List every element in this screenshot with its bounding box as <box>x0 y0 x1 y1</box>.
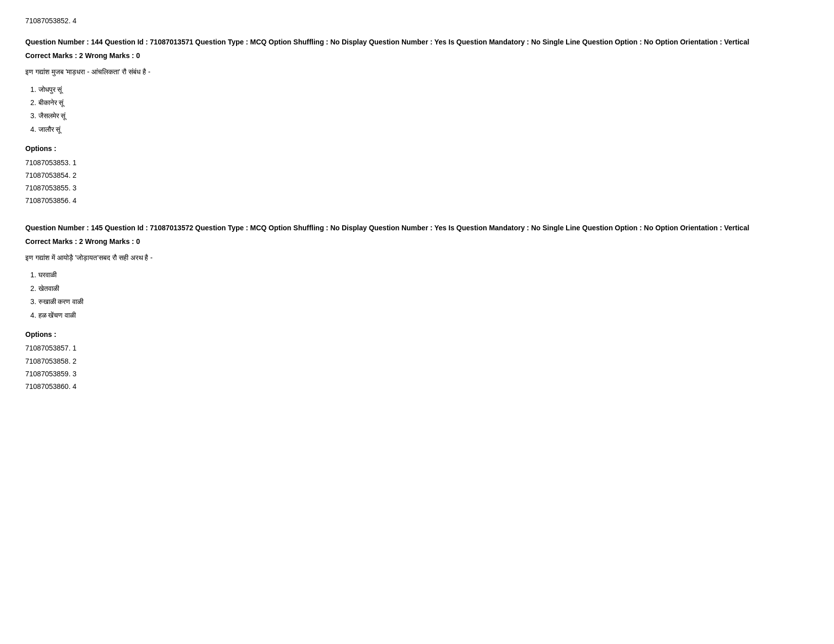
option-item-2-2: 2. खेतवाळी <box>30 283 809 294</box>
option-id-2-2: 71087053858. 2 <box>25 355 809 368</box>
option-item-1-1: 1. जोधपुर सूं <box>30 84 809 95</box>
marks-line-1: Correct Marks : 2 Wrong Marks : 0 <box>25 50 809 61</box>
question-text-1: इण गद्यांश मुजब 'माड़धरा - आंचलिकता' रौ … <box>25 66 809 77</box>
marks-line-2: Correct Marks : 2 Wrong Marks : 0 <box>25 236 809 247</box>
option-item-1-3: 3. जैसलमेर सूं <box>30 110 809 121</box>
option-id-2-4: 71087053860. 4 <box>25 380 809 393</box>
option-item-1-4: 4. जालौर सूं <box>30 124 809 135</box>
question-block-1: Question Number : 144 Question Id : 7108… <box>25 36 809 207</box>
option-item-2-4: 4. हळ खेंचण वाळी <box>30 310 809 321</box>
option-item-1-2: 2. बीकानेर सूं <box>30 97 809 108</box>
option-id-1-3: 71087053855. 3 <box>25 182 809 194</box>
option-item-2-3: 3. रुखाळी करण वाळी <box>30 296 809 307</box>
question-meta-2: Question Number : 145 Question Id : 7108… <box>25 222 809 233</box>
question-block-2: Question Number : 145 Question Id : 7108… <box>25 222 809 393</box>
option-ids-1: 71087053853. 171087053854. 271087053855.… <box>25 157 809 208</box>
option-id-1-2: 71087053854. 2 <box>25 169 809 182</box>
option-id-1-1: 71087053853. 1 <box>25 157 809 169</box>
option-id-1-4: 71087053856. 4 <box>25 194 809 207</box>
options-label-1: Options : <box>25 143 809 154</box>
option-id-2-1: 71087053857. 1 <box>25 342 809 355</box>
option-item-2-1: 1. घरवाळी <box>30 269 809 280</box>
question-meta-1: Question Number : 144 Question Id : 7108… <box>25 36 809 47</box>
question-text-2: इण गद्यांश में आयोड़ै 'जोड़ायत'सबद रौ सह… <box>25 252 809 263</box>
option-id-2-3: 71087053859. 3 <box>25 368 809 380</box>
options-label-2: Options : <box>25 329 809 340</box>
prev-option-line: 71087053852. 4 <box>25 15 809 26</box>
option-ids-2: 71087053857. 171087053858. 271087053859.… <box>25 342 809 393</box>
options-list-1: 1. जोधपुर सूं2. बीकानेर सूं3. जैसलमेर सू… <box>25 84 809 135</box>
options-list-2: 1. घरवाळी2. खेतवाळी3. रुखाळी करण वाळी4. … <box>25 269 809 321</box>
